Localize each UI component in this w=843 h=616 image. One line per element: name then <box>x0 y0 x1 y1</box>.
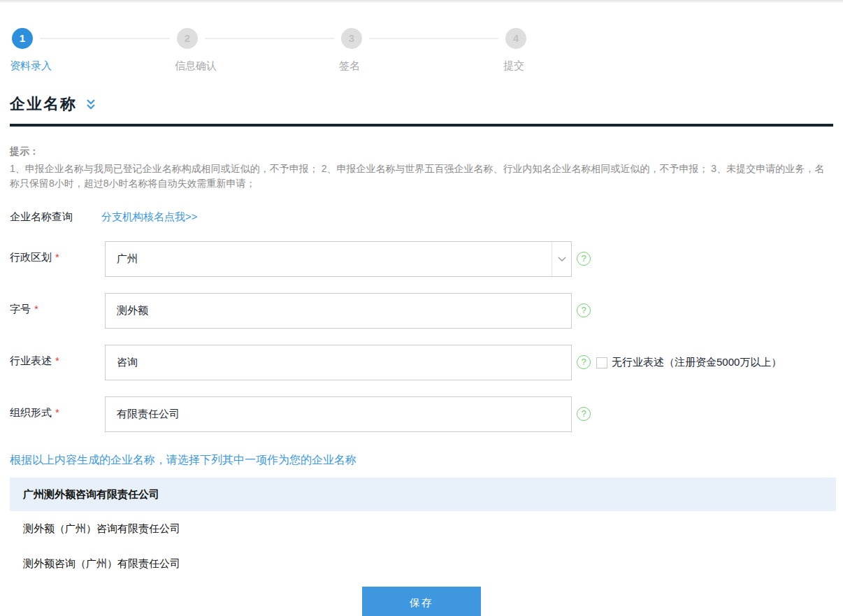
section-title-row: 企业名称 <box>10 94 833 115</box>
step-connector <box>40 38 170 39</box>
step-label: 资料录入 <box>10 59 52 73</box>
industry-field-wrap <box>105 345 572 380</box>
help-icon[interactable]: ? <box>577 407 591 421</box>
trade-name-input[interactable] <box>106 294 571 328</box>
org-form-field-wrap <box>105 396 572 432</box>
company-name-option-selected[interactable]: 广州测外额咨询有限责任公司 <box>10 478 836 511</box>
page-title: 企业名称 <box>10 94 77 115</box>
form-row-trade-name: 字号* ? <box>10 293 843 329</box>
admin-division-select[interactable]: 广州 <box>105 241 572 277</box>
tips-body: 1、申报企业名称与我局已登记企业名称构成相同或近似的，不予申报； 2、申报企业名… <box>10 162 833 191</box>
form-row-admin-division: 行政区划* 广州 ? <box>10 241 843 277</box>
step-number-badge: 2 <box>177 28 198 49</box>
step-number-badge: 4 <box>505 28 526 49</box>
company-name-option[interactable]: 测外额咨询（广州）有限责任公司 <box>10 546 836 581</box>
help-icon[interactable]: ? <box>577 252 591 266</box>
double-chevron-down-icon[interactable] <box>85 99 96 113</box>
step-label: 信息确认 <box>175 59 217 73</box>
field-label: 行政区划* <box>10 241 105 264</box>
title-divider <box>10 124 833 127</box>
help-icon[interactable]: ? <box>577 355 591 369</box>
name-query-label: 企业名称查询 <box>10 210 73 224</box>
step-label: 签名 <box>339 59 362 73</box>
step-number-badge: 3 <box>341 28 362 49</box>
industry-input[interactable] <box>106 345 571 380</box>
field-label: 组织形式* <box>10 396 105 420</box>
required-asterisk: * <box>55 406 59 418</box>
step-wizard: 1 资料录入 2 信息确认 3 签名 4 提交 <box>0 28 843 73</box>
selected-value: 广州 <box>106 252 138 266</box>
no-industry-checkbox-label[interactable]: 无行业表述（注册资金5000万以上） <box>612 356 781 369</box>
step-connector <box>205 38 334 39</box>
org-form-input[interactable] <box>106 397 571 431</box>
branch-name-check-link[interactable]: 分支机构核名点我>> <box>101 210 198 224</box>
step-connector <box>369 38 498 39</box>
field-label: 行业表述* <box>10 345 105 368</box>
tips-section: 提示： 1、申报企业名称与我局已登记企业名称构成相同或近似的，不予申报； 2、申… <box>10 144 833 191</box>
tips-heading: 提示： <box>10 144 833 159</box>
step-item-submit: 4 提交 <box>505 28 526 73</box>
no-industry-checkbox-group: 无行业表述（注册资金5000万以上） <box>596 356 781 369</box>
generated-names-instruction: 根据以上内容生成的企业名称，请选择下列其中一项作为您的企业名称 <box>10 453 833 468</box>
company-name-option[interactable]: 测外额（广州）咨询有限责任公司 <box>10 511 836 546</box>
step-label: 提交 <box>503 59 526 73</box>
trade-name-field-wrap <box>105 293 572 329</box>
required-asterisk: * <box>34 303 38 315</box>
required-asterisk: * <box>55 354 59 366</box>
help-icon[interactable]: ? <box>577 303 591 317</box>
chevron-down-icon[interactable] <box>552 242 571 276</box>
no-industry-checkbox[interactable] <box>596 357 607 368</box>
form-row-industry: 行业表述* ? 无行业表述（注册资金5000万以上） <box>10 345 843 380</box>
save-button[interactable]: 保存 <box>362 587 481 616</box>
field-label: 字号* <box>10 293 105 316</box>
step-item-info-confirm: 2 信息确认 <box>177 28 217 73</box>
step-number-badge: 1 <box>12 28 33 49</box>
top-shadow-divider <box>0 0 843 3</box>
step-item-signature: 3 签名 <box>341 28 362 73</box>
step-item-data-entry: 1 资料录入 <box>12 28 52 73</box>
form-row-org-form: 组织形式* ? <box>10 396 843 432</box>
name-query-row: 企业名称查询 分支机构核名点我>> <box>10 210 833 224</box>
required-asterisk: * <box>55 251 59 263</box>
generated-name-options: 广州测外额咨询有限责任公司 测外额（广州）咨询有限责任公司 测外额咨询（广州）有… <box>0 478 843 581</box>
